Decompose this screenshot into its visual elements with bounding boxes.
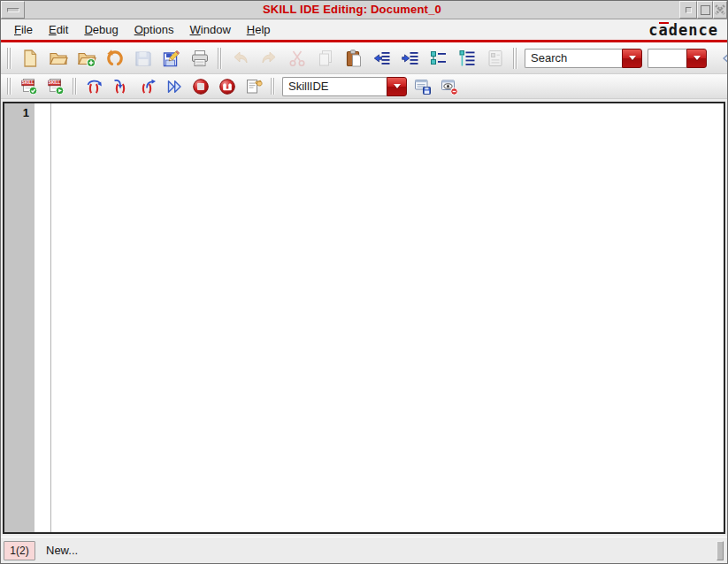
search-dropdown-button[interactable] xyxy=(622,49,642,68)
find-previous-icon xyxy=(719,50,728,67)
step-out-button[interactable] xyxy=(135,76,160,97)
svg-text:SKILL: SKILL xyxy=(49,80,60,85)
replace-combo xyxy=(648,49,707,68)
save-as-button[interactable] xyxy=(158,46,185,71)
step-into-button[interactable] xyxy=(109,76,134,97)
continue-icon xyxy=(165,78,183,95)
svg-text:SKILL: SKILL xyxy=(22,80,34,85)
replace-dropdown-button[interactable] xyxy=(686,49,707,68)
copy-icon xyxy=(316,49,335,68)
check-skill-icon: SKILL xyxy=(20,78,38,95)
form-button[interactable] xyxy=(482,46,509,71)
indent-icon xyxy=(401,49,420,68)
unindent-icon xyxy=(372,49,392,68)
watch-visibility-icon xyxy=(441,78,458,95)
mode-dropdown-button[interactable] xyxy=(387,77,407,96)
find-previous-button[interactable] xyxy=(715,46,728,71)
stop-icon xyxy=(192,78,210,95)
menu-options[interactable]: Options xyxy=(126,21,182,38)
skill-ide-window: SKILL IDE Editing: Document_0 File Edit … xyxy=(0,0,728,564)
menubar: File Edit Debug Options Window Help cade… xyxy=(1,19,727,40)
menu-edit[interactable]: Edit xyxy=(41,21,76,38)
close-button[interactable] xyxy=(713,1,727,19)
search-input[interactable]: Search xyxy=(525,49,622,68)
main-toolbar: Search xyxy=(1,42,727,74)
edit-watch-form-button[interactable] xyxy=(241,76,266,97)
window-menu-icon xyxy=(7,8,19,12)
undo-button[interactable] xyxy=(227,46,254,71)
cut-icon xyxy=(287,49,307,68)
menu-file[interactable]: File xyxy=(6,21,41,38)
save-session-button[interactable] xyxy=(410,76,435,97)
resize-grip[interactable] xyxy=(717,541,724,560)
load-skill-icon: SKILL xyxy=(47,78,65,95)
code-text-area[interactable] xyxy=(51,103,724,532)
maximize-button[interactable] xyxy=(697,1,713,19)
close-icon xyxy=(714,4,726,16)
save-button[interactable] xyxy=(130,46,157,71)
minimize-button[interactable] xyxy=(679,1,697,19)
paste-icon xyxy=(344,49,364,68)
edit-watch-form-icon xyxy=(245,78,263,95)
cadence-logo: cadence xyxy=(648,21,722,39)
cut-button[interactable] xyxy=(284,46,310,71)
step-over-button[interactable] xyxy=(82,76,107,97)
open-folder-add-icon xyxy=(77,49,96,68)
revert-button[interactable] xyxy=(102,46,128,71)
watch-visibility-button[interactable] xyxy=(437,76,462,97)
menu-debug[interactable]: Debug xyxy=(76,21,126,38)
toolbar-grip[interactable] xyxy=(271,78,275,95)
new-file-button[interactable] xyxy=(17,46,43,71)
print-icon xyxy=(190,49,210,68)
copy-button[interactable] xyxy=(312,46,339,71)
replace-input[interactable] xyxy=(648,49,686,68)
search-combo: Search xyxy=(525,49,642,68)
step-out-icon xyxy=(139,78,157,95)
editor: 1 xyxy=(3,102,725,534)
save-as-icon xyxy=(162,49,181,68)
mode-select[interactable]: SkillIDE xyxy=(282,77,387,96)
menu-window[interactable]: Window xyxy=(182,21,239,38)
revert-icon xyxy=(105,49,125,68)
toolbar-grip[interactable] xyxy=(7,78,11,95)
open-import-button[interactable] xyxy=(73,46,100,71)
maximize-icon xyxy=(701,5,710,15)
load-skill-button[interactable]: SKILL xyxy=(43,76,68,97)
redo-button[interactable] xyxy=(256,46,282,71)
check-skill-button[interactable]: SKILL xyxy=(17,76,42,97)
continue-button[interactable] xyxy=(162,76,187,97)
step-over-icon xyxy=(86,78,103,95)
toolbar-grip[interactable] xyxy=(513,48,517,69)
fold-margin[interactable] xyxy=(34,103,51,532)
toolbar-grip[interactable] xyxy=(218,48,222,69)
menu-help[interactable]: Help xyxy=(239,21,279,38)
toolbar-grip[interactable] xyxy=(73,78,77,95)
format-indent-icon xyxy=(457,49,477,68)
hierarchy-icon xyxy=(429,49,448,68)
undo-icon xyxy=(231,49,250,68)
print-button[interactable] xyxy=(187,46,213,71)
hierarchy-button[interactable] xyxy=(425,46,452,71)
toolbar-grip[interactable] xyxy=(7,48,11,69)
new-file-icon xyxy=(20,49,40,68)
status-message: New... xyxy=(35,541,717,560)
open-file-button[interactable] xyxy=(45,46,72,71)
titlebar: SKILL IDE Editing: Document_0 xyxy=(1,1,727,19)
statusbar: 1(2) New... xyxy=(1,537,727,563)
form-icon xyxy=(486,49,505,68)
break-button[interactable] xyxy=(215,76,240,97)
window-menu-button[interactable] xyxy=(1,1,25,19)
indent-button[interactable] xyxy=(397,46,424,71)
window-title: SKILL IDE Editing: Document_0 xyxy=(25,1,679,19)
break-icon xyxy=(218,78,236,95)
line-number-gutter[interactable]: 1 xyxy=(4,103,34,532)
paste-button[interactable] xyxy=(341,46,367,71)
format-indent-button[interactable] xyxy=(454,46,480,71)
line-number: 1 xyxy=(23,106,29,119)
redo-icon xyxy=(259,49,279,68)
stop-button[interactable] xyxy=(188,76,213,97)
unindent-button[interactable] xyxy=(369,46,395,71)
save-icon xyxy=(134,49,153,68)
debug-toolbar: SKILL SKILL xyxy=(1,74,727,99)
save-session-icon xyxy=(414,78,432,95)
